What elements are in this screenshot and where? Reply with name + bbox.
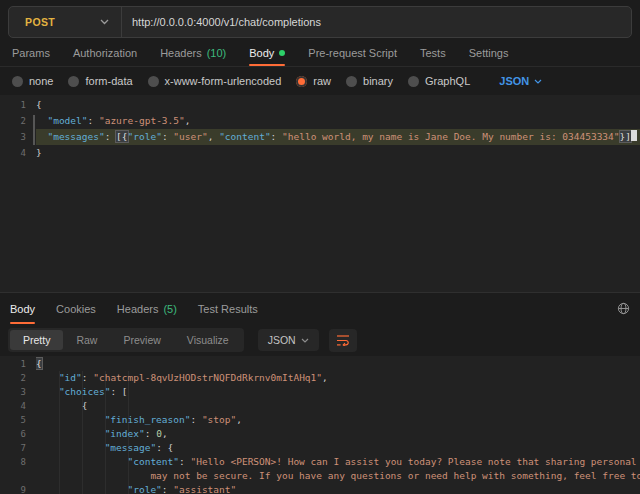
response-tab-label: Test Results — [198, 303, 258, 315]
body-type-form-data[interactable]: form-data — [68, 75, 132, 87]
code-text: { — [36, 399, 640, 413]
code-text: "message": { — [36, 441, 640, 455]
request-tab-tests[interactable]: Tests — [420, 40, 446, 66]
request-tab-params[interactable]: Params — [12, 40, 50, 66]
response-tab-label: Cookies — [56, 303, 96, 315]
radio-icon — [408, 76, 419, 87]
unsaved-dot-icon — [279, 50, 285, 56]
request-tab-headers[interactable]: Headers(10) — [160, 40, 226, 66]
code-text: "choices": [ — [36, 385, 640, 399]
chevron-down-icon — [100, 19, 109, 25]
response-tab-test-results[interactable]: Test Results — [198, 293, 258, 324]
request-tab-label: Body — [249, 47, 274, 59]
body-type-none[interactable]: none — [12, 75, 53, 87]
code-line: 8 "content": "Hello <PERSON>! How can I … — [0, 455, 640, 469]
code-text: may not be secure. If you have any quest… — [36, 469, 640, 483]
response-header-row: BodyCookiesHeaders(5)Test Results — [0, 292, 640, 324]
response-tab-body[interactable]: Body — [10, 293, 35, 324]
line-number: 8 — [0, 455, 26, 469]
response-tab-label: Body — [10, 303, 35, 315]
line-number: 7 — [0, 441, 26, 455]
request-tabs: ParamsAuthorizationHeaders(10)BodyPre-re… — [0, 40, 640, 67]
body-type-binary[interactable]: binary — [346, 75, 393, 87]
body-type-label: form-data — [85, 75, 132, 87]
view-mode-visualize[interactable]: Visualize — [174, 330, 242, 350]
request-tab-authorization[interactable]: Authorization — [73, 40, 137, 66]
code-line[interactable]: 3 "messages": [{"role": "user", "content… — [0, 129, 640, 145]
line-number: 2 — [0, 113, 26, 129]
request-tab-label: Headers — [160, 47, 202, 59]
view-mode-preview[interactable]: Preview — [110, 330, 173, 350]
request-tab-body[interactable]: Body — [249, 40, 285, 66]
globe-icon[interactable] — [617, 293, 630, 324]
code-line: 1{ — [0, 357, 640, 371]
response-format-label: JSON — [268, 334, 296, 346]
request-tab-label: Settings — [469, 47, 509, 59]
code-line: 9 "role": "assistant" — [0, 483, 640, 494]
line-number — [0, 469, 26, 483]
request-format-label: JSON — [499, 75, 529, 87]
chevron-down-icon — [301, 338, 309, 343]
code-line: 4 { — [0, 399, 640, 413]
request-format-select[interactable]: JSON — [499, 75, 542, 87]
request-url-bar: POST — [8, 6, 632, 38]
code-text: } — [36, 145, 640, 161]
response-tabs: BodyCookiesHeaders(5)Test Results — [10, 293, 258, 324]
code-line: 7 "message": { — [0, 441, 640, 455]
view-mode-raw[interactable]: Raw — [63, 330, 110, 350]
text-cursor — [631, 130, 637, 141]
text-wrap-icon — [336, 334, 350, 346]
line-number: 1 — [0, 357, 26, 371]
code-text: "messages": [{"role": "user", "content":… — [36, 129, 640, 145]
code-line: 6 "index": 0, — [0, 427, 640, 441]
code-text: "finish_reason": "stop", — [36, 413, 640, 427]
response-tab-cookies[interactable]: Cookies — [56, 293, 96, 324]
wrap-button[interactable] — [329, 329, 357, 352]
view-mode-pretty[interactable]: Pretty — [10, 330, 63, 350]
body-type-x-www-form-urlencoded[interactable]: x-www-form-urlencoded — [148, 75, 282, 87]
line-number: 3 — [0, 385, 26, 399]
view-mode-switcher: PrettyRawPreviewVisualize — [8, 328, 244, 352]
response-body-editor: 1{2 "id": "chatcmpl-8qvUzHODstrNQFDdRkrn… — [0, 356, 640, 494]
radio-icon — [68, 76, 79, 87]
code-line: may not be secure. If you have any quest… — [0, 469, 640, 483]
response-format-select[interactable]: JSON — [258, 329, 319, 351]
code-text: { — [36, 97, 640, 113]
radio-icon — [12, 76, 23, 87]
code-text: { — [36, 357, 640, 371]
request-url-row: POST — [0, 0, 640, 40]
line-number: 9 — [0, 483, 26, 494]
request-body-editor[interactable]: 1{2 "model": "azure-gpt-3.5",3 "messages… — [0, 95, 640, 292]
code-line[interactable]: 1{ — [0, 97, 640, 113]
code-line[interactable]: 4} — [0, 145, 640, 161]
request-tab-label: Params — [12, 47, 50, 59]
code-line: 2 "id": "chatcmpl-8qvUzHODstrNQFDdRkrnv0… — [0, 371, 640, 385]
body-type-graphql[interactable]: GraphQL — [408, 75, 470, 87]
body-type-label: GraphQL — [425, 75, 470, 87]
code-text: "index": 0, — [36, 427, 640, 441]
radio-icon — [148, 76, 159, 87]
radio-icon — [346, 76, 357, 87]
code-line: 5 "finish_reason": "stop", — [0, 413, 640, 427]
postman-app: POST ParamsAuthorizationHeaders(10)BodyP… — [0, 0, 640, 494]
method-label: POST — [25, 16, 55, 28]
line-number: 4 — [0, 145, 26, 161]
line-number: 4 — [0, 399, 26, 413]
body-type-raw[interactable]: raw — [296, 75, 331, 87]
response-tab-headers[interactable]: Headers(5) — [117, 293, 177, 324]
line-number: 5 — [0, 413, 26, 427]
code-text: "id": "chatcmpl-8qvUzHODstrNQFDdRkrnv0mI… — [36, 371, 640, 385]
body-type-row: noneform-datax-www-form-urlencodedrawbin… — [0, 67, 640, 95]
request-tab-pre-request-script[interactable]: Pre-request Script — [308, 40, 397, 66]
line-number: 3 — [0, 129, 26, 145]
url-input[interactable] — [122, 16, 631, 28]
header-count-badge: (5) — [163, 303, 176, 315]
response-toolbar: PrettyRawPreviewVisualize JSON — [0, 324, 640, 356]
request-tab-settings[interactable]: Settings — [469, 40, 509, 66]
code-line[interactable]: 2 "model": "azure-gpt-3.5", — [0, 113, 640, 129]
code-line: 3 "choices": [ — [0, 385, 640, 399]
line-number: 2 — [0, 371, 26, 385]
radio-icon — [296, 76, 307, 87]
method-dropdown[interactable]: POST — [9, 7, 121, 37]
request-tab-label: Pre-request Script — [308, 47, 397, 59]
